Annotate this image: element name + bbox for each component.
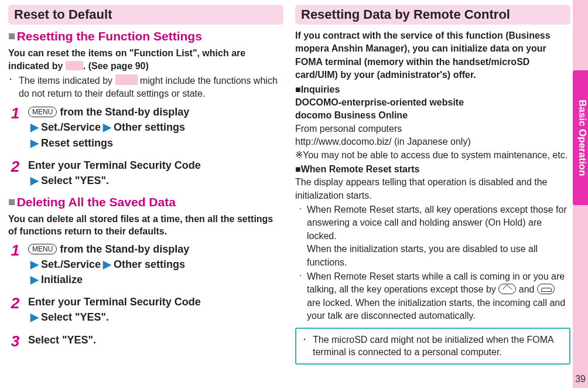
middle-dot-icon: · xyxy=(298,203,303,269)
square-marker: ■ xyxy=(8,29,16,42)
step-1-body: MENU from the Stand-by display ▶Set./Ser… xyxy=(28,104,283,150)
remote-reset-item-1-text: When Remote Reset starts, all key operat… xyxy=(307,203,570,269)
bullet-dot-icon: ･ xyxy=(8,74,15,100)
dial-key-icon xyxy=(498,284,516,294)
remote-reset-head: ■When Remote Reset starts xyxy=(295,163,570,176)
middle-dot-icon: · xyxy=(298,270,303,323)
step-2: 2 Enter your Terminal Security Code ▶Sel… xyxy=(8,158,283,188)
menu-key-icon: MENU xyxy=(28,244,57,254)
triangle-right-icon: ▶ xyxy=(30,274,39,285)
menu-key-icon: MENU xyxy=(28,107,57,117)
subhead-delete-data: ■Deleting All the Saved Data xyxy=(8,195,283,209)
remote-intro: If you contract with the service of this… xyxy=(295,29,570,82)
triangle-right-icon: ▶ xyxy=(30,311,39,323)
bullet-dot-icon: ･ xyxy=(302,333,309,359)
square-marker: ■ xyxy=(295,84,301,94)
square-marker: ■ xyxy=(295,164,301,174)
inquiries-line-3: From personal computers xyxy=(295,122,570,135)
subhead-text: Resetting the Function Settings xyxy=(17,29,202,43)
right-column: Resetting Data by Remote Control If you … xyxy=(295,5,570,365)
remote-reset-body: The display appears telling that operati… xyxy=(295,176,570,202)
step-number-2: 2 xyxy=(8,158,22,178)
inquiries-line-1: DOCOMO-enterprise-oriented website xyxy=(295,96,570,109)
subhead-text: Deleting All the Saved Data xyxy=(17,195,176,209)
delete-step-1: 1 MENU from the Stand-by display ▶Set./S… xyxy=(8,241,283,287)
highlight-chip-icon xyxy=(66,61,83,70)
page-number: 39 xyxy=(575,374,586,384)
section-title-reset-default: Reset to Default xyxy=(8,5,283,25)
triangle-right-icon: ▶ xyxy=(30,258,39,270)
note-bullet: ･ The items indicated by might include t… xyxy=(8,74,283,100)
inquiries-url: http://www.docomo.biz/ (in Japanese only… xyxy=(295,135,570,148)
remote-reset-item-2-text: When Remote Reset starts while a call is… xyxy=(307,270,570,323)
note-text: The items indicated by might include the… xyxy=(19,74,283,100)
highlight-chip-icon xyxy=(115,74,138,85)
step-2-body: Enter your Terminal Security Code ▶Selec… xyxy=(28,158,283,188)
step-number-2: 2 xyxy=(8,294,22,314)
triangle-right-icon: ▶ xyxy=(103,258,111,270)
triangle-right-icon: ▶ xyxy=(30,137,39,149)
delete-step-1-body: MENU from the Stand-by display ▶Set./Ser… xyxy=(28,241,283,287)
delete-step-3-body: Select "YES". xyxy=(28,332,283,352)
triangle-right-icon: ▶ xyxy=(30,121,39,133)
triangle-right-icon: ▶ xyxy=(30,175,39,186)
note-box-text: The microSD card might not be initialize… xyxy=(313,333,563,359)
step-number-1: 1 xyxy=(8,104,22,124)
step-number-1: 1 xyxy=(8,241,22,261)
delete-step-3: 3 Select "YES". xyxy=(8,332,283,352)
remote-reset-item-1: · When Remote Reset starts, all key oper… xyxy=(298,203,570,269)
triangle-right-icon: ▶ xyxy=(103,121,111,133)
remote-reset-item-2: · When Remote Reset starts while a call … xyxy=(298,270,570,323)
side-tab-basic-operation: Basic Operation xyxy=(573,70,588,205)
square-marker: ■ xyxy=(8,195,16,208)
hangup-key-icon xyxy=(537,284,555,294)
delete-step-2: 2 Enter your Terminal Security Code ▶Sel… xyxy=(8,294,283,325)
step-number-3: 3 xyxy=(8,332,22,352)
intro-delete-data: You can delete all stored files at a tim… xyxy=(8,213,283,238)
inquiries-note: ※You may not be able to access due to sy… xyxy=(305,149,570,162)
inquiries-line-2: docomo Business Online xyxy=(295,109,570,122)
step-1: 1 MENU from the Stand-by display ▶Set./S… xyxy=(8,104,283,150)
note-box: ･ The microSD card might not be initiali… xyxy=(295,328,570,365)
delete-step-2-body: Enter your Terminal Security Code ▶Selec… xyxy=(28,294,283,325)
inquiries-head: ■Inquiries xyxy=(295,83,570,96)
section-title-remote: Resetting Data by Remote Control xyxy=(295,5,570,25)
subhead-reset-function: ■Resetting the Function Settings xyxy=(8,29,283,43)
intro-reset-function: You can reset the items on "Function Lis… xyxy=(8,47,283,72)
left-column: Reset to Default ■Resetting the Function… xyxy=(8,5,283,365)
